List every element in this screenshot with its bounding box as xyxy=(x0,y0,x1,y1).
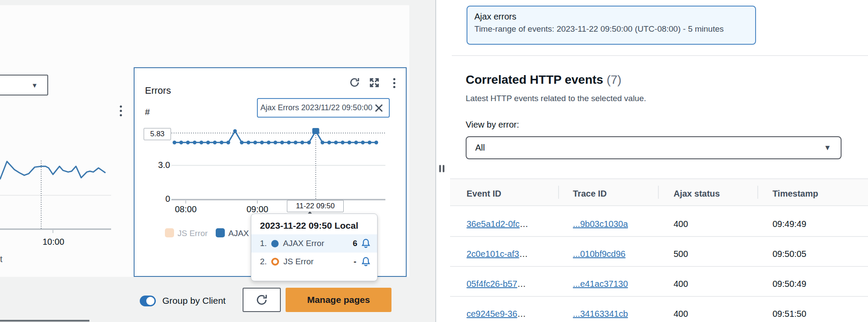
refresh-icon xyxy=(349,77,360,88)
legend-swatch-js-error[interactable] xyxy=(165,228,174,237)
row-divider xyxy=(450,266,868,267)
column-header-timestamp[interactable]: Timestamp xyxy=(773,189,818,199)
mini-chart-xtick: 10:00 xyxy=(38,237,69,247)
tooltip-row-ajax[interactable]: 1. AJAX Error 6 xyxy=(251,234,377,253)
event-id-link[interactable]: 36e5a1d2-0fc xyxy=(467,219,519,229)
x-tick-0800: 08:00 xyxy=(171,204,201,214)
y-axis-unit-label: # xyxy=(145,107,150,117)
row-divider xyxy=(450,296,868,297)
correlated-events-heading: Correlated HTTP events (7) xyxy=(466,73,621,87)
column-header-trace-id[interactable]: Trace ID xyxy=(573,189,607,199)
errors-panel-title: Errors xyxy=(145,85,171,96)
section-divider xyxy=(452,55,868,56)
ajax-status-cell: 400 xyxy=(674,309,688,319)
correlated-events-subtitle: Latest HTTP events related to the select… xyxy=(466,94,646,103)
expand-icon xyxy=(369,77,380,88)
chart-tooltip: 2023-11-22 09:50 Local 1. AJAX Error 6 2… xyxy=(251,214,378,281)
table-row: 05f4fc26-b57… xyxy=(467,279,526,289)
ajax-status-cell: 400 xyxy=(674,279,688,289)
legend-swatch-ajax-error[interactable] xyxy=(216,228,225,237)
chevron-down-icon: ▼ xyxy=(31,82,38,89)
row-divider xyxy=(450,236,868,237)
truncation-ellipsis: … xyxy=(517,279,526,289)
error-filter-dropdown[interactable]: All ▼ xyxy=(466,136,842,159)
errors-chart-svg[interactable] xyxy=(171,122,388,205)
truncation-ellipsis: … xyxy=(519,249,528,259)
bell-icon[interactable] xyxy=(361,256,371,267)
timestamp-cell: 09:51:50 xyxy=(773,309,806,319)
manage-pages-button[interactable]: Manage pages xyxy=(286,288,391,312)
column-separator[interactable] xyxy=(558,186,559,199)
event-id-link[interactable]: 2c0e101c-af3 xyxy=(467,249,519,259)
tooltip-rank: 1. xyxy=(260,239,271,248)
left-dropdown-partial[interactable]: ▼ xyxy=(0,75,48,95)
x-tick-0900: 09:00 xyxy=(242,204,273,214)
tooltip-title: 2023-11-22 09:50 Local xyxy=(251,214,377,231)
truncation-ellipsis: … xyxy=(517,309,526,319)
timestamp-cell: 09:49:49 xyxy=(773,219,806,229)
panel-divider[interactable] xyxy=(435,0,436,322)
bottom-element-edge xyxy=(0,320,89,322)
legend-label-js-error[interactable]: JS Error xyxy=(178,229,208,238)
heading-count: (7) xyxy=(607,73,621,86)
tooltip-series-label: JS Error xyxy=(283,257,349,266)
truncation-ellipsis: … xyxy=(519,219,528,229)
trace-id-link[interactable]: ...9b03c1030a xyxy=(573,219,628,229)
view-by-error-label: View by error: xyxy=(466,120,519,130)
table-row: 36e5a1d2-0fc… xyxy=(467,219,528,229)
right-panel xyxy=(436,0,868,322)
expand-button[interactable] xyxy=(368,76,380,89)
chevron-down-icon: ▼ xyxy=(824,144,841,151)
close-icon[interactable] xyxy=(372,102,385,115)
bell-icon[interactable] xyxy=(361,238,371,249)
split-resize-handle[interactable] xyxy=(439,165,444,172)
group-by-client-toggle[interactable] xyxy=(140,296,156,306)
pages-refresh-button[interactable] xyxy=(243,288,281,312)
filter-chip-label: Ajax Errors 2023/11/22 09:50:00 xyxy=(258,103,372,112)
table-row: 2c0e101c-af3… xyxy=(467,249,528,259)
widget-kebab-menu[interactable] xyxy=(120,105,122,116)
event-id-link[interactable]: 05f4fc26-b57 xyxy=(467,279,517,289)
timestamp-cell: 09:50:05 xyxy=(773,249,806,259)
mini-trend-chart[interactable] xyxy=(0,126,112,235)
y-tick-0: 0 xyxy=(151,194,170,204)
widget-menu-button[interactable] xyxy=(388,77,400,89)
tooltip-series-value: 6 xyxy=(349,239,361,248)
selected-time-box: 11-22 09:50 xyxy=(287,200,344,212)
ajax-status-cell: 400 xyxy=(674,219,688,229)
mini-chart-partial-label: t xyxy=(0,254,3,264)
tooltip-row-js[interactable]: 2. JS Error - xyxy=(251,253,377,271)
kebab-menu-icon xyxy=(393,78,395,88)
column-separator[interactable] xyxy=(658,186,659,199)
refresh-button[interactable] xyxy=(349,76,361,89)
series-dot-icon xyxy=(271,240,279,247)
group-by-client-label: Group by Client xyxy=(162,296,226,306)
ajax-errors-info-box: Ajax errors Time-range of events: 2023-1… xyxy=(467,6,756,45)
column-separator[interactable] xyxy=(757,186,758,199)
column-header-ajax-status[interactable]: Ajax status xyxy=(674,189,720,199)
y-tick-3: 3.0 xyxy=(151,160,170,170)
tooltip-series-label: AJAX Error xyxy=(283,239,349,248)
header-underline xyxy=(450,205,868,206)
ajax-errors-filter-chip[interactable]: Ajax Errors 2023/11/22 09:50:00 xyxy=(257,98,390,118)
trace-id-link[interactable]: ...010bf9cd96 xyxy=(573,249,625,259)
column-header-event-id[interactable]: Event ID xyxy=(467,189,501,199)
series-ring-icon xyxy=(271,258,279,266)
heading-text: Correlated HTTP events xyxy=(466,73,603,86)
refresh-icon xyxy=(255,293,268,306)
dropdown-selected-value: All xyxy=(467,143,824,153)
ajax-status-cell: 500 xyxy=(674,249,688,259)
tooltip-series-value: - xyxy=(349,257,361,266)
count-text: (7) xyxy=(607,73,621,86)
table-row: ce9245e9-36… xyxy=(467,309,526,319)
tooltip-rank: 2. xyxy=(260,257,271,266)
info-box-title: Ajax errors xyxy=(467,7,755,22)
timestamp-cell: 09:50:49 xyxy=(773,279,806,289)
trace-id-link[interactable]: ...e41ac37130 xyxy=(573,279,628,289)
info-box-description: Time-range of events: 2023-11-22 09:50:0… xyxy=(467,22,755,34)
event-id-link[interactable]: ce9245e9-36 xyxy=(467,309,517,319)
threshold-value-box: 5.83 xyxy=(144,128,171,140)
trace-id-link[interactable]: ...34163341cb xyxy=(573,309,628,319)
